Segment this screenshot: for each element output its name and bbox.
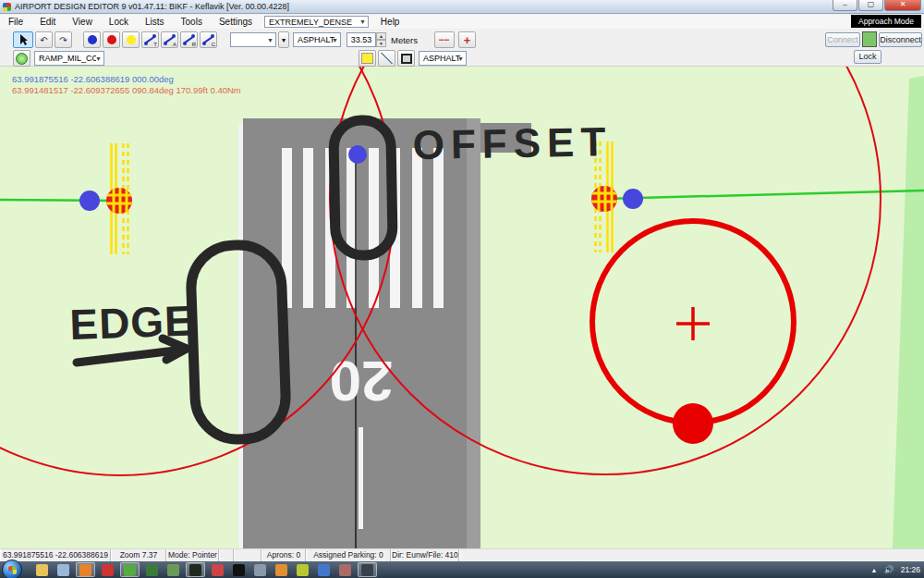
red-node[interactable] <box>673 403 713 444</box>
chevron-down-icon: ▼ <box>457 55 464 62</box>
map-canvas[interactable]: 20 <box>0 67 924 548</box>
start-button[interactable] <box>2 560 22 578</box>
black-app-taskbar-button[interactable] <box>230 562 248 577</box>
menu-settings[interactable]: Settings <box>211 15 261 29</box>
show-hidden-icons-button[interactable]: ▲ <box>871 567 878 573</box>
volume-icon[interactable]: 🔊 <box>883 565 894 574</box>
window-title: AIRPORT DESIGN EDITOR 9 v01.47.11: BIKF … <box>15 2 289 11</box>
draw-polygon-button[interactable] <box>397 50 415 67</box>
add-name-button[interactable]: ▾ <box>278 31 289 48</box>
blue-node-right[interactable] <box>623 189 643 209</box>
windows-flag-icon <box>8 566 17 574</box>
clock[interactable]: 21:26 <box>901 565 920 574</box>
menu-lists[interactable]: Lists <box>137 15 173 29</box>
active-plane-taskbar-button[interactable] <box>358 562 377 577</box>
scenery-app-taskbar-button[interactable] <box>143 562 161 577</box>
undo-button[interactable]: ↶ <box>35 31 53 48</box>
explorer-taskbar-button[interactable] <box>33 562 51 577</box>
plane-app-taskbar-button[interactable] <box>164 562 182 577</box>
faded-app-taskbar-button[interactable] <box>336 562 354 577</box>
sim-tool-icon <box>254 564 266 576</box>
approach-centerline-left <box>0 200 120 201</box>
chevron-down-icon: ▼ <box>359 18 366 25</box>
chevron-down-icon: ▼ <box>332 37 338 43</box>
measure-tool-button[interactable]: ┅┅ <box>434 31 455 48</box>
fill-color-button[interactable] <box>359 50 376 67</box>
add-runway-link-button[interactable]: R <box>180 31 198 48</box>
folder-app-taskbar-button[interactable] <box>273 562 290 577</box>
approach-centerline-right <box>603 191 924 199</box>
add-closed-link-button[interactable]: C <box>200 31 217 48</box>
offset-annotation-text: OFFSET <box>412 118 612 167</box>
close-button[interactable]: ✕ <box>884 0 921 11</box>
plus-small-icon: ▾ <box>282 36 286 44</box>
meters-label: Meters <box>391 35 418 45</box>
spin-up-icon[interactable]: ▲ <box>376 32 386 40</box>
closed-link-icon: C <box>202 34 214 45</box>
draw-line-button[interactable] <box>378 50 395 67</box>
blue-node-left[interactable] <box>79 191 100 211</box>
yellow-square-icon <box>361 53 373 64</box>
taxi-link-icon: T <box>144 34 156 45</box>
explorer-icon <box>36 564 48 576</box>
title-bar[interactable]: AIRPORT DESIGN EDITOR 9 v01.47.11: BIKF … <box>0 0 924 14</box>
disconnect-button[interactable]: Disconnect <box>879 32 922 47</box>
edge-annotation-text: EDGE <box>69 296 195 349</box>
red-plus-icon: + <box>464 33 471 47</box>
ade-application-window: AIRPORT DESIGN EDITOR 9 v01.47.11: BIKF … <box>0 0 924 578</box>
minimize-button[interactable]: – <box>833 0 857 11</box>
red-dot-icon <box>107 35 116 44</box>
cfs-app-taskbar-button[interactable] <box>294 562 311 577</box>
connect-button[interactable]: Connect <box>825 32 860 47</box>
lock-button[interactable]: Lock <box>854 50 881 64</box>
polygon-icon <box>401 54 412 64</box>
blue-app-taskbar-button[interactable] <box>315 562 333 577</box>
name-dropdown[interactable]: ▼ <box>230 32 276 47</box>
add-cross-button[interactable]: + <box>458 31 476 48</box>
start-point-tool-button[interactable] <box>13 50 30 67</box>
add-red-node-button[interactable] <box>103 31 120 48</box>
polygon-surface-dropdown[interactable]: ASPHALT ▼ <box>419 51 467 66</box>
terminal-taskbar-button[interactable] <box>186 562 205 577</box>
density-value: EXTREMELY_DENSE <box>269 18 352 27</box>
red-app-taskbar-button[interactable] <box>99 562 116 577</box>
cloud-app-taskbar-button[interactable] <box>55 562 72 577</box>
add-apron-link-button[interactable]: A <box>161 31 178 48</box>
status-empty-3 <box>459 549 924 562</box>
ramp-type-dropdown[interactable]: RAMP_MIL_COMBA ▼ <box>34 51 104 66</box>
centerline-stripe <box>359 427 363 529</box>
sim-tool-taskbar-button[interactable] <box>251 562 269 577</box>
pointer-tool-button[interactable] <box>13 31 33 48</box>
installer-taskbar-button[interactable] <box>209 562 226 577</box>
connection-status-indicator <box>862 31 877 47</box>
status-bar: 63.991875516 -22.606388619 Zoom 7.37 Mod… <box>0 548 924 561</box>
surface-dropdown[interactable]: ASPHALT ▼ <box>293 32 341 47</box>
density-dropdown[interactable]: EXTREMELY_DENSE ▼ <box>264 16 369 28</box>
add-yellow-node-button[interactable] <box>122 31 140 48</box>
menu-edit[interactable]: Edit <box>31 15 64 29</box>
menu-view[interactable]: View <box>64 15 101 29</box>
folder-app-icon <box>275 564 287 576</box>
firefox-icon <box>79 564 91 576</box>
approach-marker-left[interactable] <box>106 143 132 254</box>
menu-file[interactable]: File <box>0 15 31 29</box>
hold-pattern-circle[interactable] <box>592 221 794 444</box>
active-plane-icon <box>361 564 373 576</box>
green-circle-icon <box>16 53 28 65</box>
add-blue-node-button[interactable] <box>83 31 101 48</box>
maximize-button[interactable]: ▢ <box>858 0 883 11</box>
firefox-taskbar-button[interactable] <box>76 562 95 577</box>
ade-app-taskbar-button[interactable] <box>120 562 140 577</box>
redo-button[interactable]: ↷ <box>55 31 72 48</box>
menu-lock[interactable]: Lock <box>101 15 137 29</box>
blue-node-threshold[interactable] <box>348 145 367 164</box>
add-taxi-link-button[interactable]: T <box>141 31 159 48</box>
menu-help[interactable]: Help <box>372 15 408 29</box>
status-empty-2 <box>234 549 261 562</box>
width-spinner[interactable]: ▲▼ <box>346 32 386 47</box>
spin-down-icon[interactable]: ▼ <box>376 40 386 47</box>
menu-tools[interactable]: Tools <box>173 15 211 29</box>
width-input[interactable] <box>346 32 376 47</box>
red-app-icon <box>102 564 114 576</box>
windows-taskbar: ▲ 🔊 21:26 <box>0 561 924 578</box>
